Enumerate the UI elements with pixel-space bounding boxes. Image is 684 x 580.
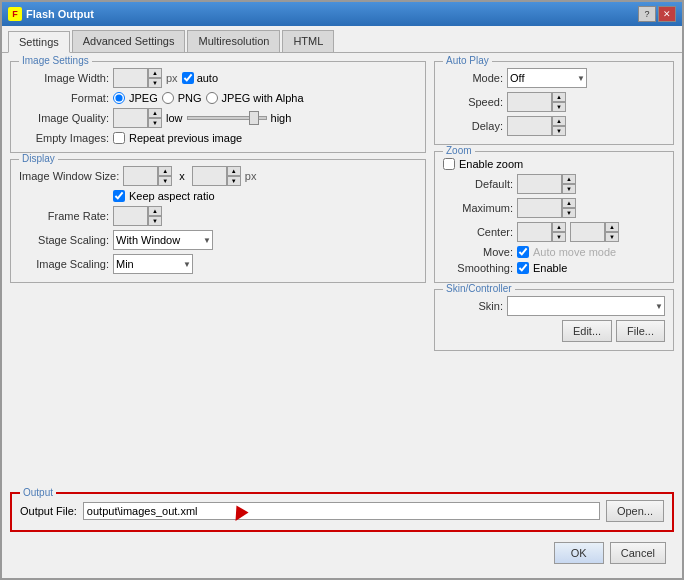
output-row: Output File: Open... — [20, 500, 664, 522]
delay-up[interactable]: ▲ — [552, 116, 566, 126]
image-scaling-row: Image Scaling: Min Max Fit ▼ — [19, 254, 417, 274]
zoom-max-up[interactable]: ▲ — [562, 198, 576, 208]
main-area: Image Settings Image Width: ▲ ▼ px — [10, 61, 674, 484]
right-column: Auto Play Mode: Off On Loop ▼ — [434, 61, 674, 484]
format-row: Format: JPEG PNG JPEG with Alpha — [19, 92, 417, 104]
win-width-input[interactable]: 252 — [123, 166, 158, 186]
zoom-cx-down[interactable]: ▼ — [552, 232, 566, 242]
speed-down[interactable]: ▼ — [552, 102, 566, 112]
image-scale-select[interactable]: Min Max Fit — [113, 254, 193, 274]
skin-field-label: Skin: — [443, 300, 503, 312]
win-height-input[interactable]: 342 — [192, 166, 227, 186]
width-spinbox[interactable]: ▲ ▼ — [113, 68, 162, 88]
jpeg-alpha-label: JPEG with Alpha — [222, 92, 304, 104]
zoom-cy-btns: ▲ ▼ — [605, 222, 619, 242]
win-width-spinbox[interactable]: 252 ▲ ▼ — [123, 166, 172, 186]
zoom-max-input[interactable]: 2,00 — [517, 198, 562, 218]
zoom-move-row: Move: Auto move mode — [443, 246, 665, 258]
zoom-max-down[interactable]: ▼ — [562, 208, 576, 218]
skin-select-wrapper[interactable]: ▼ — [507, 296, 665, 316]
display-label: Display — [19, 153, 58, 164]
tab-advanced[interactable]: Advanced Settings — [72, 30, 186, 52]
auto-checkbox[interactable] — [182, 72, 194, 84]
skin-btn-row: Edit... File... — [443, 320, 665, 342]
zoom-center-x-spinbox[interactable]: 0 ▲ ▼ — [517, 222, 566, 242]
open-button[interactable]: Open... — [606, 500, 664, 522]
close-button[interactable]: ✕ — [658, 6, 676, 22]
repeat-checkbox[interactable] — [113, 132, 125, 144]
width-up-btn[interactable]: ▲ — [148, 68, 162, 78]
frame-input[interactable]: 50 — [113, 206, 148, 226]
auto-check-row: auto — [182, 72, 218, 84]
frame-up[interactable]: ▲ — [148, 206, 162, 216]
win-height-spinbox[interactable]: 342 ▲ ▼ — [192, 166, 241, 186]
zoom-max-spinbox[interactable]: 2,00 ▲ ▼ — [517, 198, 576, 218]
png-radio[interactable] — [162, 92, 174, 104]
quality-spinbox[interactable]: 90 ▲ ▼ — [113, 108, 162, 128]
title-buttons: ? ✕ — [638, 6, 676, 22]
mode-select[interactable]: Off On Loop — [507, 68, 587, 88]
zoom-cy-up[interactable]: ▲ — [605, 222, 619, 232]
delay-spinbox[interactable]: 5,0 ▲ ▼ — [507, 116, 566, 136]
quality-label: Image Quality: — [19, 112, 109, 124]
win-height-up[interactable]: ▲ — [227, 166, 241, 176]
stage-scaling-row: Stage Scaling: With Window Fit Width Fit… — [19, 230, 417, 250]
speed-btns: ▲ ▼ — [552, 92, 566, 112]
win-width-up[interactable]: ▲ — [158, 166, 172, 176]
quality-up-btn[interactable]: ▲ — [148, 108, 162, 118]
help-button[interactable]: ? — [638, 6, 656, 22]
file-button[interactable]: File... — [616, 320, 665, 342]
win-height-down[interactable]: ▼ — [227, 176, 241, 186]
image-scale-select-wrapper[interactable]: Min Max Fit ▼ — [113, 254, 193, 274]
zoom-default-input[interactable]: 1,00 — [517, 174, 562, 194]
tab-html[interactable]: HTML — [282, 30, 334, 52]
frame-spinbox[interactable]: 50 ▲ ▼ — [113, 206, 162, 226]
quality-row: Image Quality: 90 ▲ ▼ low high — [19, 108, 417, 128]
skin-select[interactable] — [507, 296, 665, 316]
smooth-checkbox[interactable] — [517, 262, 529, 274]
edit-button[interactable]: Edit... — [562, 320, 612, 342]
auto-move-checkbox[interactable] — [517, 246, 529, 258]
stage-select[interactable]: With Window Fit Width Fit Height — [113, 230, 213, 250]
width-input[interactable] — [113, 68, 148, 88]
mode-select-wrapper[interactable]: Off On Loop ▼ — [507, 68, 587, 88]
content-area: Image Settings Image Width: ▲ ▼ px — [2, 52, 682, 578]
stage-select-wrapper[interactable]: With Window Fit Width Fit Height ▼ — [113, 230, 213, 250]
smooth-label: Enable — [533, 262, 567, 274]
tab-settings[interactable]: Settings — [8, 31, 70, 53]
zoom-cx-btns: ▲ ▼ — [552, 222, 566, 242]
format-label: Format: — [19, 92, 109, 104]
quality-slider[interactable] — [187, 116, 267, 120]
jpeg-alpha-radio[interactable] — [206, 92, 218, 104]
stage-label: Stage Scaling: — [19, 234, 109, 246]
zoom-cy-down[interactable]: ▼ — [605, 232, 619, 242]
speed-input[interactable]: 1,00 — [507, 92, 552, 112]
zoom-default-up[interactable]: ▲ — [562, 174, 576, 184]
tab-multiresolution[interactable]: Multiresolution — [187, 30, 280, 52]
speed-up[interactable]: ▲ — [552, 92, 566, 102]
zoom-cx-up[interactable]: ▲ — [552, 222, 566, 232]
enable-zoom-checkbox[interactable] — [443, 158, 455, 170]
win-width-down[interactable]: ▼ — [158, 176, 172, 186]
ok-button[interactable]: OK — [554, 542, 604, 564]
zoom-cx-input[interactable]: 0 — [517, 222, 552, 242]
zoom-default-spinbox[interactable]: 1,00 ▲ ▼ — [517, 174, 576, 194]
jpeg-radio[interactable] — [113, 92, 125, 104]
repeat-label: Repeat previous image — [129, 132, 242, 144]
frame-down[interactable]: ▼ — [148, 216, 162, 226]
zoom-cy-input[interactable]: 0 — [570, 222, 605, 242]
quality-down-btn[interactable]: ▼ — [148, 118, 162, 128]
cancel-button[interactable]: Cancel — [610, 542, 666, 564]
aspect-checkbox[interactable] — [113, 190, 125, 202]
x-separator: x — [176, 170, 188, 182]
output-file-input[interactable] — [83, 502, 600, 520]
delay-input[interactable]: 5,0 — [507, 116, 552, 136]
quality-input[interactable]: 90 — [113, 108, 148, 128]
zoom-max-btns: ▲ ▼ — [562, 198, 576, 218]
zoom-center-y-spinbox[interactable]: 0 ▲ ▼ — [570, 222, 619, 242]
speed-spinbox[interactable]: 1,00 ▲ ▼ — [507, 92, 566, 112]
width-down-btn[interactable]: ▼ — [148, 78, 162, 88]
zoom-default-down[interactable]: ▼ — [562, 184, 576, 194]
delay-down[interactable]: ▼ — [552, 126, 566, 136]
zoom-group: Zoom Enable zoom Default: 1,00 ▲ ▼ — [434, 151, 674, 283]
